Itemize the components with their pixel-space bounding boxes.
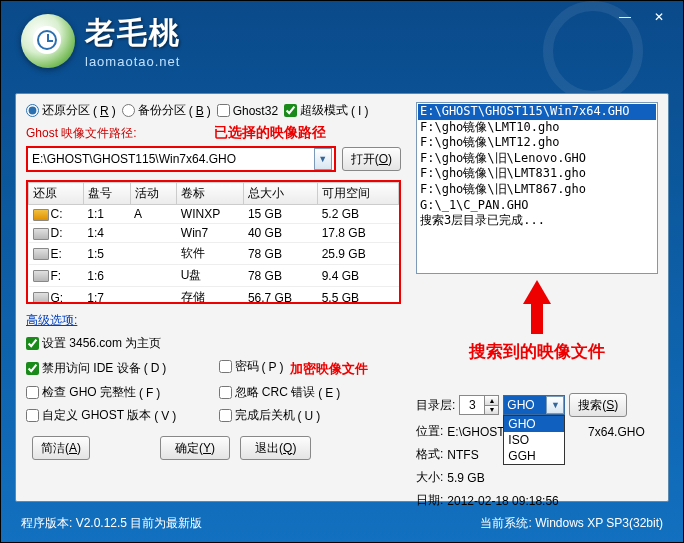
depth-spinner[interactable]: ▲▼ bbox=[459, 395, 499, 415]
annotation-encrypt: 加密映像文件 bbox=[290, 361, 368, 376]
image-path-combo[interactable]: ▼ bbox=[26, 146, 336, 172]
list-item[interactable]: E:\GHOST\GHOST115\Win7x64.GHO bbox=[418, 104, 656, 120]
annotation-found: 搜索到的映像文件 bbox=[416, 340, 658, 363]
password-checkbox[interactable]: 密码(P) bbox=[219, 358, 284, 375]
date-value: 2012-02-18 09:18:56 bbox=[447, 494, 558, 508]
depth-label: 目录层: bbox=[416, 397, 455, 414]
list-item[interactable]: 搜索3层目录已完成... bbox=[418, 213, 656, 229]
table-header[interactable]: 卷标 bbox=[177, 183, 244, 205]
path-dropdown-icon[interactable]: ▼ bbox=[314, 148, 332, 170]
table-header[interactable]: 盘号 bbox=[83, 183, 130, 205]
app-title: 老毛桃 bbox=[85, 13, 181, 54]
list-item[interactable]: F:\gho镜像\旧\LMT831.gho bbox=[418, 166, 656, 182]
combo-option[interactable]: GHO bbox=[504, 416, 564, 432]
advanced-options-link[interactable]: 高级选项: bbox=[26, 312, 77, 329]
exit-button[interactable]: 退出(Q) bbox=[240, 436, 311, 460]
system-text: 当前系统: Windows XP SP3(32bit) bbox=[480, 515, 663, 532]
table-header[interactable]: 活动 bbox=[130, 183, 177, 205]
format-label: 格式: bbox=[416, 446, 443, 463]
size-value: 5.9 GB bbox=[447, 471, 484, 485]
table-row[interactable]: G:1:7存储56.7 GB5.5 GB bbox=[29, 287, 399, 305]
app-subtitle: laomaotao.net bbox=[85, 54, 181, 69]
ignore-crc-checkbox[interactable]: 忽略 CRC 错误(E) bbox=[219, 384, 402, 401]
arrow-annotation-icon bbox=[416, 280, 658, 334]
deny-ide-checkbox[interactable]: 禁用访问 IDE 设备(D) bbox=[26, 358, 209, 378]
spin-down-icon[interactable]: ▼ bbox=[484, 406, 498, 415]
filter-dropdown-icon[interactable]: ▼ bbox=[546, 396, 564, 414]
table-row[interactable]: F:1:6U盘78 GB9.4 GB bbox=[29, 265, 399, 287]
set-homepage-checkbox[interactable]: 设置 3456.com 为主页 bbox=[26, 335, 209, 352]
table-header[interactable]: 总大小 bbox=[244, 183, 318, 205]
ghost32-checkbox[interactable]: Ghost32 bbox=[217, 104, 278, 118]
super-mode-checkbox[interactable]: 超级模式(I) bbox=[284, 102, 368, 119]
filter-combo[interactable]: ▼ GHOISOGGH bbox=[503, 395, 565, 415]
simple-button[interactable]: 简洁(A) bbox=[32, 436, 90, 460]
shutdown-checkbox[interactable]: 完成后关机(U) bbox=[219, 407, 402, 424]
table-header[interactable]: 还原 bbox=[29, 183, 84, 205]
date-label: 日期: bbox=[416, 492, 443, 509]
table-header[interactable]: 可用空间 bbox=[318, 183, 399, 205]
ok-button[interactable]: 确定(Y) bbox=[160, 436, 230, 460]
combo-option[interactable]: ISO bbox=[504, 432, 564, 448]
table-row[interactable]: C:1:1AWINXP15 GB5.2 GB bbox=[29, 205, 399, 224]
app-logo-icon bbox=[21, 14, 75, 68]
mode-backup-radio[interactable]: 备份分区(B) bbox=[122, 102, 211, 119]
version-text: 程序版本: V2.0.12.5 目前为最新版 bbox=[21, 515, 202, 532]
list-item[interactable]: F:\gho镜像\旧\LMT867.gho bbox=[418, 182, 656, 198]
open-button[interactable]: 打开(O) bbox=[342, 147, 401, 171]
combo-option[interactable]: GGH bbox=[504, 448, 564, 464]
image-path-input[interactable] bbox=[28, 148, 314, 170]
format-value: NTFS bbox=[447, 448, 478, 462]
table-row[interactable]: E:1:5软件78 GB25.9 GB bbox=[29, 243, 399, 265]
list-item[interactable]: F:\gho镜像\LMT12.gho bbox=[418, 135, 656, 151]
loc-label: 位置: bbox=[416, 423, 443, 440]
list-item[interactable]: F:\gho镜像\旧\Lenovo.GHO bbox=[418, 151, 656, 167]
table-row[interactable]: D:1:4Win740 GB17.8 GB bbox=[29, 224, 399, 243]
spin-up-icon[interactable]: ▲ bbox=[484, 396, 498, 406]
image-list[interactable]: E:\GHOST\GHOST115\Win7x64.GHOF:\gho镜像\LM… bbox=[416, 102, 658, 274]
check-gho-checkbox[interactable]: 检查 GHO 完整性(F) bbox=[26, 384, 209, 401]
search-button[interactable]: 搜索(S) bbox=[569, 393, 627, 417]
list-item[interactable]: F:\gho镜像\LMT10.gho bbox=[418, 120, 656, 136]
list-item[interactable]: G:\_1\C_PAN.GHO bbox=[418, 198, 656, 214]
mode-restore-radio[interactable]: 还原分区(R) bbox=[26, 102, 116, 119]
close-button[interactable]: ✕ bbox=[645, 7, 673, 27]
partition-table[interactable]: 还原盘号活动卷标总大小可用空间 C:1:1AWINXP15 GB5.2 GBD:… bbox=[28, 182, 399, 304]
size-label: 大小: bbox=[416, 469, 443, 486]
minimize-button[interactable]: — bbox=[611, 7, 639, 27]
filter-dropdown-list[interactable]: GHOISOGGH bbox=[503, 415, 565, 465]
custom-ghost-checkbox[interactable]: 自定义 GHOST 版本(V) bbox=[26, 407, 209, 424]
annotation-path: 已选择的映像路径 bbox=[214, 124, 326, 142]
